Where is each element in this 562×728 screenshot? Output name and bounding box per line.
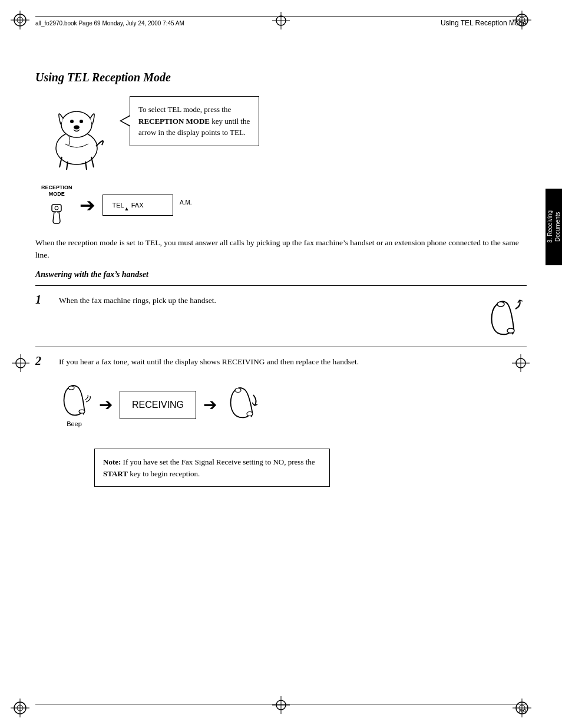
beep-label: Beep <box>67 420 82 427</box>
side-tab-label: 3. Receiving Documents <box>546 210 561 243</box>
body-text: When the reception mode is set to TEL, y… <box>35 236 527 262</box>
corner-mark-tl <box>9 9 31 31</box>
arrow-right-2: ➔ <box>99 395 113 414</box>
reception-mode-label: RECEPTION MODE <box>41 185 72 197</box>
step1-image <box>480 294 527 338</box>
display-box-container: TEL FAX ▲ A.M. <box>103 195 173 216</box>
note-text: If you have set the Fax Signal Receive s… <box>121 457 315 466</box>
note-label: Note: <box>103 457 121 466</box>
step2-text: If you hear a fax tone, wait until the d… <box>59 355 527 368</box>
display-arrow-indicator: ▲ <box>124 206 130 212</box>
crosshair-bottom <box>272 696 290 716</box>
reception-diagram: RECEPTION MODE ➔ TEL FAX ▲ <box>35 185 527 226</box>
speech-bold: RECEPTION MODE <box>138 117 210 126</box>
display-tel: TEL <box>113 202 124 209</box>
display-box: TEL FAX ▲ <box>103 195 173 216</box>
receiving-box: RECEIVING <box>120 391 196 419</box>
crosshair-top-center <box>272 12 290 32</box>
svg-point-24 <box>70 120 74 123</box>
handset-pickup-icon <box>481 294 525 338</box>
display-fax: FAX <box>131 202 144 209</box>
svg-point-36 <box>79 410 85 413</box>
svg-point-37 <box>235 388 241 392</box>
file-info: all_fo2970.book Page 69 Monday, July 24,… <box>35 20 184 27</box>
step2-number: 2 <box>35 354 49 368</box>
handset-right <box>224 383 259 427</box>
hand-button-icon <box>44 200 70 226</box>
handset-beep-icon <box>58 382 91 420</box>
step1-text: When the fax machine rings, pick up the … <box>59 294 470 307</box>
arrow-right-1: ➔ <box>80 196 95 215</box>
step2-diagram: Beep ➔ RECEIVING ➔ <box>57 382 259 427</box>
svg-point-26 <box>74 125 80 129</box>
svg-point-25 <box>80 120 83 123</box>
note-text-after: key to begin reception. <box>128 469 200 478</box>
arrow-right-3: ➔ <box>203 395 217 414</box>
page-number: 69 <box>519 707 527 716</box>
side-tab: 3. Receiving Documents <box>546 189 562 265</box>
receiving-text: RECEIVING <box>132 400 184 410</box>
svg-point-38 <box>247 411 253 416</box>
svg-point-23 <box>61 111 92 137</box>
answering-heading: Answering with the fax’s handset <box>35 270 527 279</box>
svg-point-35 <box>68 386 74 390</box>
page-title: Using TEL Reception Mode <box>35 71 527 84</box>
svg-point-34 <box>507 328 514 333</box>
dog-figure <box>35 96 118 173</box>
main-content: Using TEL Reception Mode <box>35 35 527 693</box>
speech-bubble: To select TEL mode, press the RECEPTION … <box>130 96 259 146</box>
step1-number: 1 <box>35 293 49 307</box>
am-label: A.M. <box>180 199 192 206</box>
handset-left: Beep <box>57 382 92 427</box>
crosshair-left <box>12 354 29 374</box>
handset-replace-icon <box>224 383 259 424</box>
speech-text-before: To select TEL mode, press the <box>138 105 231 114</box>
corner-mark-bl <box>9 697 31 719</box>
step1-row: 1 When the fax machine rings, pick up th… <box>35 286 527 347</box>
note-box: Note: If you have set the Fax Signal Rec… <box>94 449 330 487</box>
header-page-title: Using TEL Reception Mode <box>441 19 527 27</box>
svg-point-33 <box>497 302 504 307</box>
note-bold: START <box>103 469 128 478</box>
dog-illustration <box>38 98 115 172</box>
illustration-area: To select TEL mode, press the RECEPTION … <box>35 96 527 173</box>
step2-row: 2 If you hear a fax tone, wait until the… <box>35 347 527 443</box>
svg-rect-31 <box>52 205 61 212</box>
